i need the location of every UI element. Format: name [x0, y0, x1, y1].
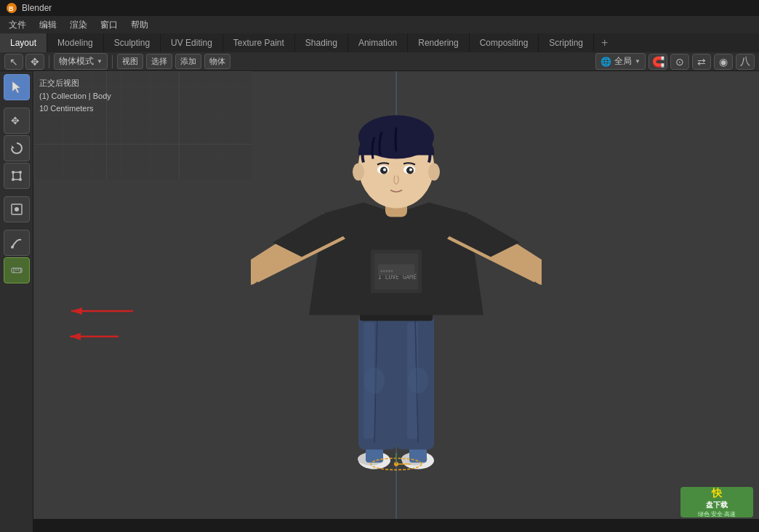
rotate-tool-button[interactable] [4, 135, 30, 161]
svg-point-53 [428, 164, 440, 181]
menu-render[interactable]: 渲染 [64, 17, 93, 33]
header-move-icon[interactable]: ✥ [25, 54, 44, 70]
svg-point-10 [15, 207, 19, 211]
tab-sculpting[interactable]: Sculpting [104, 33, 161, 52]
tab-uv-editing[interactable]: UV Editing [161, 33, 223, 52]
svg-point-33 [364, 368, 385, 394]
svg-rect-4 [13, 172, 20, 180]
overlay-button[interactable]: ◉ [714, 54, 733, 70]
workspace-tabs: Layout Modeling Sculpting UV Editing Tex… [0, 33, 759, 52]
svg-text:♦♦♦♦♦: ♦♦♦♦♦ [380, 268, 393, 273]
viewport-collection-label: (1) Collection | Body [39, 90, 111, 103]
tab-modeling[interactable]: Modeling [47, 33, 104, 52]
svg-point-5 [12, 171, 15, 174]
tab-texture-paint[interactable]: Texture Paint [223, 33, 295, 52]
mode-label: 物体模式 [59, 55, 94, 68]
svg-point-11 [11, 246, 14, 249]
character-model: I LOVE GAME ♦♦♦♦♦ [251, 97, 542, 477]
select-tool-button[interactable] [4, 74, 30, 100]
svg-point-51 [409, 169, 412, 172]
svg-point-52 [353, 164, 364, 181]
object-menu[interactable]: 物体 [204, 54, 230, 69]
tab-compositing[interactable]: Compositing [470, 33, 539, 52]
add-menu[interactable]: 添加 [175, 54, 201, 69]
svg-point-50 [383, 169, 386, 172]
menu-file[interactable]: 文件 [3, 17, 32, 33]
move-tool-button[interactable]: ✥ [4, 108, 30, 134]
move-icon: ✥ [9, 113, 24, 128]
window-title: Blender [22, 3, 52, 13]
arrow-svg [64, 300, 137, 322]
menu-help[interactable]: 帮助 [125, 17, 154, 33]
svg-point-8 [19, 178, 22, 181]
rotate-icon [9, 141, 24, 156]
measure-tool-button[interactable] [4, 257, 30, 283]
global-selector[interactable]: 🌐 全局 ▼ [595, 53, 646, 70]
tab-layout[interactable]: Layout [0, 33, 47, 52]
watermark-badge: 快 盘下载 绿色·安全·高速 [680, 487, 753, 517]
viewport-view-label: 正交后视图 [39, 77, 111, 90]
transform-tool-button[interactable] [4, 196, 30, 222]
tab-rendering[interactable]: Rendering [408, 33, 469, 52]
svg-point-7 [12, 178, 15, 181]
scale-tool-button[interactable] [4, 163, 30, 189]
svg-point-6 [19, 171, 22, 174]
tab-animation[interactable]: Animation [348, 33, 408, 52]
sep1 [49, 55, 49, 68]
tab-scripting[interactable]: Scripting [539, 33, 594, 52]
viewport-area: ✥ [0, 71, 759, 532]
transform-button[interactable]: ⇄ [692, 54, 711, 70]
viewport-overlay: 正交后视图 (1) Collection | Body 10 Centimete… [39, 77, 111, 116]
menu-edit[interactable]: 编辑 [33, 17, 63, 33]
cursor-icon [9, 80, 24, 94]
header-right: 🌐 全局 ▼ 🧲 ⊙ ⇄ ◉ 八 [595, 53, 755, 70]
annotate-icon [9, 235, 24, 250]
viewport-canvas[interactable]: 正交后视图 (1) Collection | Body 10 Centimete… [33, 71, 759, 532]
viewport-scale-label: 10 Centimeters [39, 102, 111, 116]
watermark-line2: 绿色·安全·高速 [698, 510, 736, 518]
snap-button[interactable]: 🧲 [648, 54, 667, 70]
menu-bar: 文件 编辑 渲染 窗口 帮助 [0, 16, 759, 33]
mode-selector[interactable]: 物体模式 ▼ [54, 53, 108, 70]
sep2 [112, 55, 113, 68]
svg-text:B: B [9, 5, 14, 12]
scale-icon [9, 169, 24, 183]
annotation-arrow-2 [64, 326, 122, 350]
select-menu[interactable]: 选择 [146, 54, 172, 69]
tab-shading[interactable]: Shading [295, 33, 348, 52]
title-bar: B Blender [0, 0, 759, 16]
svg-point-34 [408, 368, 428, 394]
status-bar [33, 519, 759, 532]
view-menu[interactable]: 视图 [117, 54, 143, 69]
add-workspace-button[interactable]: + [594, 33, 615, 52]
watermark-line1: 盘下载 [706, 500, 728, 510]
blender-logo-icon: B [6, 2, 17, 14]
transform-icon [9, 202, 24, 217]
header-select-icon[interactable]: ↖ [4, 54, 23, 70]
character-svg: I LOVE GAME ♦♦♦♦♦ [251, 97, 542, 475]
global-icon: 🌐 [601, 57, 611, 67]
header-toolbar: ↖ ✥ 物体模式 ▼ 视图 选择 添加 物体 🌐 全局 ▼ 🧲 ⊙ ⇄ ◉ 八 [0, 52, 759, 71]
viewport-shading[interactable]: 八 [736, 54, 755, 70]
watermark-main: 快 [712, 486, 722, 501]
arrow2-svg [64, 326, 122, 347]
menu-window[interactable]: 窗口 [95, 17, 124, 33]
annotate-tool-button[interactable] [4, 230, 30, 256]
proportional-edit-button[interactable]: ⊙ [670, 54, 689, 70]
svg-text:✥: ✥ [11, 115, 20, 126]
left-toolbar: ✥ [0, 71, 33, 532]
svg-marker-3 [12, 145, 15, 148]
global-label: 全局 [614, 55, 632, 68]
measure-icon [9, 263, 24, 278]
mode-dropdown-arrow: ▼ [97, 58, 103, 65]
annotation-arrow [64, 300, 137, 322]
